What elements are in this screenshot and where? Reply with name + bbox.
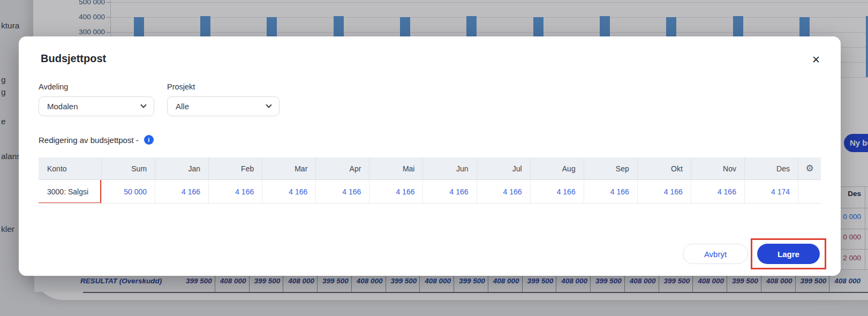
cancel-button[interactable]: Avbryt — [683, 244, 748, 264]
header-cell-month: Sep — [584, 157, 638, 179]
table-row: 3000: Salgsi 50 000 4 166 4 166 4 166 4 … — [39, 180, 821, 204]
chevron-down-icon — [266, 102, 271, 108]
month-value-cell[interactable]: 4 166 — [209, 180, 262, 203]
app-screenshot: ktura g g e alans kler 500 000 400 000 3… — [0, 0, 868, 316]
prosjekt-label: Prosjekt — [167, 82, 195, 91]
gear-column-empty-cell — [798, 180, 821, 203]
avdeling-label: Avdeling — [39, 82, 68, 91]
header-cell-month: Aug — [531, 157, 584, 179]
budsjettpost-modal: Budsjettpost ✕ Avdeling Prosjekt Modalen… — [19, 36, 841, 276]
sum-cell[interactable]: 50 000 — [102, 180, 155, 203]
red-annotation-save: Lagre — [751, 238, 826, 269]
chevron-down-icon — [140, 102, 146, 108]
month-value-cell[interactable]: 4 166 — [477, 180, 531, 203]
header-cell-month: Mar — [262, 157, 316, 179]
header-cell-month: Jun — [423, 157, 477, 179]
avdeling-select-value: Modalen — [47, 102, 78, 111]
close-button[interactable]: ✕ — [806, 50, 826, 69]
save-button[interactable]: Lagre — [757, 244, 820, 264]
close-icon: ✕ — [812, 54, 820, 66]
month-value-cell[interactable]: 4 166 — [369, 180, 423, 203]
header-cell-month: Feb — [209, 157, 262, 179]
prosjekt-select[interactable]: Alle — [167, 96, 280, 116]
month-value-cell[interactable]: 4 166 — [316, 180, 369, 203]
month-value-cell[interactable]: 4 166 — [423, 180, 477, 203]
header-cell-month: Nov — [691, 157, 745, 179]
header-cell-month: Jul — [477, 157, 531, 179]
header-cell-month: Des — [745, 157, 798, 179]
header-cell-month: Mai — [369, 157, 423, 179]
month-value-cell[interactable]: 4 166 — [531, 180, 584, 203]
month-value-cell[interactable]: 4 174 — [745, 180, 798, 203]
header-cell-sum: Sum — [102, 157, 155, 179]
month-value-cell[interactable]: 4 166 — [262, 180, 316, 203]
header-cell-konto: Konto — [39, 157, 102, 179]
header-cell-month: Jan — [155, 157, 209, 179]
konto-cell: 3000: Salgsi — [39, 180, 102, 203]
gear-icon[interactable]: ⚙ — [798, 157, 821, 179]
month-value-cell[interactable]: 4 166 — [584, 180, 638, 203]
konto-cell-text: 3000: Salgsi — [47, 187, 88, 196]
budget-table: Konto Sum Jan Feb Mar Apr Mai Jun Jul Au… — [39, 157, 821, 204]
prosjekt-select-value: Alle — [176, 102, 189, 111]
month-value-cell[interactable]: 4 166 — [691, 180, 745, 203]
page-title: Budsjettpost — [41, 52, 106, 65]
header-cell-month: Okt — [638, 157, 691, 179]
info-icon[interactable]: i — [144, 135, 154, 145]
month-value-cell[interactable]: 4 166 — [638, 180, 691, 203]
avdeling-select[interactable]: Modalen — [39, 96, 154, 116]
table-header-row: Konto Sum Jan Feb Mar Apr Mai Jun Jul Au… — [39, 157, 821, 180]
section-title: Redigering av budsjettpost - — [39, 136, 139, 145]
month-value-cell[interactable]: 4 166 — [155, 180, 209, 203]
header-cell-month: Apr — [316, 157, 369, 179]
